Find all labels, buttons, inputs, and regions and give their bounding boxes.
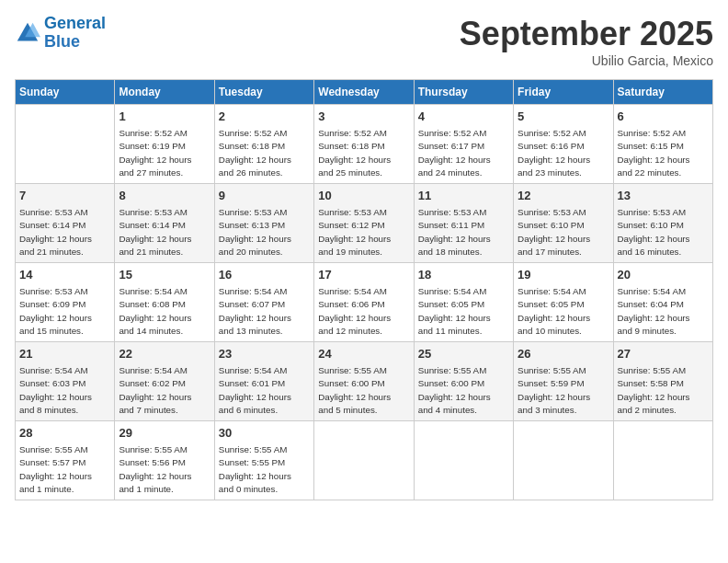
day-cell [613, 421, 712, 500]
day-number: 6 [618, 109, 709, 125]
day-number: 27 [618, 346, 709, 362]
day-number: 10 [318, 188, 409, 204]
day-number: 29 [119, 425, 210, 442]
day-number: 16 [219, 267, 310, 283]
day-number: 17 [318, 267, 409, 283]
day-number: 23 [219, 346, 310, 362]
week-row-2: 7Sunrise: 5:53 AM Sunset: 6:14 PM Daylig… [16, 184, 713, 263]
day-cell: 29Sunrise: 5:55 AM Sunset: 5:56 PM Dayli… [115, 421, 214, 500]
day-cell: 18Sunrise: 5:54 AM Sunset: 6:05 PM Dayli… [414, 263, 513, 342]
day-number: 30 [219, 425, 310, 442]
week-row-3: 14Sunrise: 5:53 AM Sunset: 6:09 PM Dayli… [16, 263, 713, 342]
day-cell [514, 421, 613, 500]
day-number: 28 [19, 425, 110, 442]
day-cell: 26Sunrise: 5:55 AM Sunset: 5:59 PM Dayli… [514, 342, 613, 421]
day-cell: 2Sunrise: 5:52 AM Sunset: 6:18 PM Daylig… [214, 105, 313, 184]
day-info: Sunrise: 5:52 AM Sunset: 6:19 PM Dayligh… [119, 127, 210, 179]
day-cell: 24Sunrise: 5:55 AM Sunset: 6:00 PM Dayli… [314, 342, 414, 421]
day-info: Sunrise: 5:53 AM Sunset: 6:14 PM Dayligh… [19, 206, 110, 259]
day-info: Sunrise: 5:53 AM Sunset: 6:10 PM Dayligh… [618, 206, 709, 259]
day-info: Sunrise: 5:52 AM Sunset: 6:18 PM Dayligh… [219, 127, 310, 179]
day-number: 24 [318, 346, 409, 362]
day-number: 15 [119, 267, 210, 283]
day-info: Sunrise: 5:54 AM Sunset: 6:04 PM Dayligh… [618, 285, 709, 338]
logo-text: General Blue [44, 15, 106, 52]
day-cell: 28Sunrise: 5:55 AM Sunset: 5:57 PM Dayli… [16, 421, 115, 500]
day-cell [314, 421, 414, 500]
header-cell-tuesday: Tuesday [214, 80, 313, 105]
day-info: Sunrise: 5:53 AM Sunset: 6:10 PM Dayligh… [518, 206, 609, 259]
day-number: 21 [19, 346, 110, 362]
day-info: Sunrise: 5:54 AM Sunset: 6:06 PM Dayligh… [318, 285, 409, 338]
day-number: 8 [119, 188, 210, 204]
day-number: 5 [518, 109, 609, 125]
day-cell: 17Sunrise: 5:54 AM Sunset: 6:06 PM Dayli… [314, 263, 414, 342]
day-cell: 27Sunrise: 5:55 AM Sunset: 5:58 PM Dayli… [613, 342, 712, 421]
day-cell: 12Sunrise: 5:53 AM Sunset: 6:10 PM Dayli… [514, 184, 613, 263]
day-info: Sunrise: 5:53 AM Sunset: 6:11 PM Dayligh… [418, 206, 509, 259]
day-info: Sunrise: 5:54 AM Sunset: 6:02 PM Dayligh… [119, 364, 210, 417]
header-cell-wednesday: Wednesday [314, 80, 414, 105]
header-row: SundayMondayTuesdayWednesdayThursdayFrid… [16, 80, 713, 105]
day-info: Sunrise: 5:55 AM Sunset: 5:58 PM Dayligh… [618, 364, 709, 417]
day-cell: 8Sunrise: 5:53 AM Sunset: 6:14 PM Daylig… [115, 184, 214, 263]
week-row-4: 21Sunrise: 5:54 AM Sunset: 6:03 PM Dayli… [16, 342, 713, 421]
day-number: 13 [618, 188, 709, 204]
day-number: 20 [618, 267, 709, 283]
day-info: Sunrise: 5:52 AM Sunset: 6:15 PM Dayligh… [618, 127, 709, 179]
day-cell: 21Sunrise: 5:54 AM Sunset: 6:03 PM Dayli… [16, 342, 115, 421]
day-cell: 19Sunrise: 5:54 AM Sunset: 6:05 PM Dayli… [514, 263, 613, 342]
day-cell [414, 421, 513, 500]
day-info: Sunrise: 5:53 AM Sunset: 6:12 PM Dayligh… [318, 206, 409, 259]
day-number: 26 [518, 346, 609, 362]
header-cell-sunday: Sunday [16, 80, 115, 105]
day-info: Sunrise: 5:54 AM Sunset: 6:07 PM Dayligh… [219, 285, 310, 338]
day-number: 14 [19, 267, 110, 283]
week-row-5: 28Sunrise: 5:55 AM Sunset: 5:57 PM Dayli… [16, 421, 713, 500]
day-info: Sunrise: 5:53 AM Sunset: 6:14 PM Dayligh… [119, 206, 210, 259]
day-info: Sunrise: 5:55 AM Sunset: 6:00 PM Dayligh… [318, 364, 409, 417]
page-header: General Blue September 2025 Ubilio Garci… [15, 15, 713, 68]
logo-line2: Blue [44, 32, 80, 51]
header-cell-thursday: Thursday [414, 80, 513, 105]
day-number: 2 [219, 109, 310, 125]
day-number: 12 [518, 188, 609, 204]
day-cell [16, 105, 115, 184]
day-number: 18 [418, 267, 509, 283]
day-cell: 23Sunrise: 5:54 AM Sunset: 6:01 PM Dayli… [214, 342, 313, 421]
header-cell-saturday: Saturday [613, 80, 712, 105]
day-info: Sunrise: 5:54 AM Sunset: 6:05 PM Dayligh… [418, 285, 509, 338]
day-cell: 6Sunrise: 5:52 AM Sunset: 6:15 PM Daylig… [613, 105, 712, 184]
day-cell: 1Sunrise: 5:52 AM Sunset: 6:19 PM Daylig… [115, 105, 214, 184]
day-cell: 20Sunrise: 5:54 AM Sunset: 6:04 PM Dayli… [613, 263, 712, 342]
day-cell: 13Sunrise: 5:53 AM Sunset: 6:10 PM Dayli… [613, 184, 712, 263]
day-number: 1 [119, 109, 210, 125]
day-cell: 10Sunrise: 5:53 AM Sunset: 6:12 PM Dayli… [314, 184, 414, 263]
week-row-1: 1Sunrise: 5:52 AM Sunset: 6:19 PM Daylig… [16, 105, 713, 184]
day-cell: 30Sunrise: 5:55 AM Sunset: 5:55 PM Dayli… [214, 421, 313, 500]
logo-icon [15, 20, 40, 46]
day-number: 19 [518, 267, 609, 283]
calendar-body: 1Sunrise: 5:52 AM Sunset: 6:19 PM Daylig… [16, 105, 713, 500]
day-info: Sunrise: 5:52 AM Sunset: 6:17 PM Dayligh… [418, 127, 509, 179]
day-number: 22 [119, 346, 210, 362]
day-number: 25 [418, 346, 509, 362]
day-cell: 16Sunrise: 5:54 AM Sunset: 6:07 PM Dayli… [214, 263, 313, 342]
day-info: Sunrise: 5:53 AM Sunset: 6:13 PM Dayligh… [219, 206, 310, 259]
day-number: 3 [318, 109, 409, 125]
day-cell: 7Sunrise: 5:53 AM Sunset: 6:14 PM Daylig… [16, 184, 115, 263]
header-cell-friday: Friday [514, 80, 613, 105]
day-cell: 25Sunrise: 5:55 AM Sunset: 6:00 PM Dayli… [414, 342, 513, 421]
day-cell: 22Sunrise: 5:54 AM Sunset: 6:02 PM Dayli… [115, 342, 214, 421]
day-info: Sunrise: 5:52 AM Sunset: 6:16 PM Dayligh… [518, 127, 609, 179]
title-block: September 2025 Ubilio Garcia, Mexico [460, 15, 713, 68]
day-info: Sunrise: 5:55 AM Sunset: 5:55 PM Dayligh… [219, 443, 310, 496]
day-info: Sunrise: 5:54 AM Sunset: 6:08 PM Dayligh… [119, 285, 210, 338]
header-cell-monday: Monday [115, 80, 214, 105]
calendar-table: SundayMondayTuesdayWednesdayThursdayFrid… [15, 79, 713, 500]
day-number: 4 [418, 109, 509, 125]
day-info: Sunrise: 5:53 AM Sunset: 6:09 PM Dayligh… [19, 285, 110, 338]
day-cell: 3Sunrise: 5:52 AM Sunset: 6:18 PM Daylig… [314, 105, 414, 184]
day-cell: 4Sunrise: 5:52 AM Sunset: 6:17 PM Daylig… [414, 105, 513, 184]
month-title: September 2025 [460, 15, 713, 53]
